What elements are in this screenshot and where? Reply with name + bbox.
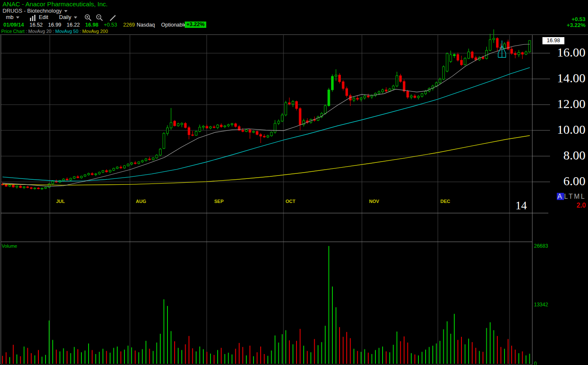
- zoom-in-icon[interactable]: [84, 14, 92, 22]
- volume-bars: [3, 246, 530, 364]
- quote-row: 01/09/14 16.52 16.99 16.22 16.98 +0.53 2…: [0, 22, 380, 29]
- legend-ma200[interactable]: MovAvg 200: [82, 29, 108, 34]
- indicator-legend: Price Chart:MovAvg 20:MovAvg 50:MovAvg 2…: [1, 29, 108, 34]
- ma20-line: [3, 44, 530, 187]
- quote-high: 16.99: [48, 22, 61, 28]
- bar-style-icon[interactable]: [30, 15, 36, 21]
- year-axis-label: 14: [515, 199, 527, 212]
- symbol-title: ANAC - Anacor Pharmaceuticals, Inc.: [3, 0, 108, 8]
- quote-open: 16.52: [30, 22, 43, 28]
- quote-exchange: Nasdaq: [137, 22, 155, 28]
- period-dropdown[interactable]: Daily: [59, 14, 77, 20]
- chevron-down-icon: [16, 16, 19, 19]
- quote-low: 16.22: [67, 22, 80, 28]
- quote-optionable: Optionable: [161, 22, 186, 28]
- candlesticks: [2, 30, 531, 190]
- session-change-pct-label: +3.22%: [567, 22, 585, 28]
- legend-ma20[interactable]: MovAvg 20: [28, 29, 51, 34]
- last-price-tag: 16.98: [542, 37, 564, 44]
- watermark-version: 2.0: [577, 202, 586, 209]
- pane-borders: [0, 35, 588, 365]
- ma50-line: [3, 68, 530, 181]
- toolbar: mb Edit Daily: [0, 14, 295, 22]
- watermark-brand: ALTML: [557, 193, 586, 200]
- volume-pane-label: Volume: [2, 243, 17, 249]
- change-percent-badge: +3.22%: [185, 22, 206, 28]
- edit-button[interactable]: Edit: [39, 14, 48, 20]
- legend-price-chart[interactable]: Price Chart: [1, 29, 24, 34]
- zoom-out-icon[interactable]: [96, 14, 104, 22]
- chart-canvas[interactable]: [0, 0, 588, 365]
- quote-volume: 2269: [123, 22, 135, 28]
- chevron-down-icon: [64, 10, 67, 12]
- sector-dropdown[interactable]: DRUGS - Biotechnology: [3, 8, 67, 14]
- quote-last: 16.98: [85, 22, 98, 28]
- sector-label: DRUGS - Biotechnology: [3, 8, 62, 14]
- mb-menu-button[interactable]: mb: [6, 14, 19, 20]
- watermark-logo-block: A: [557, 193, 564, 200]
- quote-change: +0.53: [104, 22, 117, 28]
- charting-app: ANAC - Anacor Pharmaceuticals, Inc. DRUG…: [0, 0, 588, 365]
- session-change-label: +0.53: [572, 16, 585, 22]
- draw-pencil-icon[interactable]: [109, 14, 117, 22]
- legend-ma50[interactable]: MovAvg 50: [55, 29, 78, 34]
- quote-date: 01/09/14: [3, 22, 24, 28]
- chevron-down-icon: [74, 16, 77, 19]
- gridlines: [1, 35, 550, 365]
